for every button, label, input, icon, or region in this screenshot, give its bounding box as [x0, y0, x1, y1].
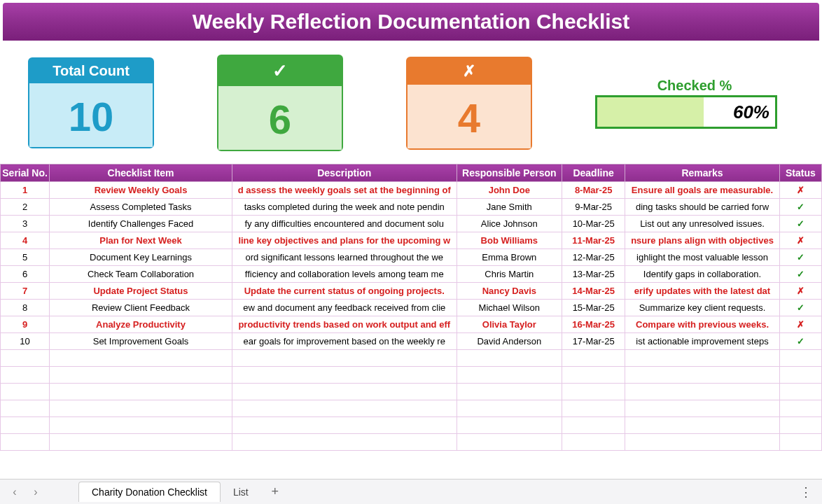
- table-row[interactable]: 2Assess Completed Taskstasks completed d…: [1, 199, 822, 216]
- cell-empty[interactable]: [562, 350, 625, 367]
- cell[interactable]: Emma Brown: [457, 249, 562, 266]
- column-header[interactable]: Deadline: [562, 164, 625, 182]
- next-sheet-button[interactable]: ›: [27, 483, 45, 501]
- cell[interactable]: Assess Completed Tasks: [50, 199, 232, 216]
- cell[interactable]: Identify Challenges Faced: [50, 216, 232, 232]
- cell[interactable]: ding tasks should be carried forw: [625, 199, 780, 216]
- cell[interactable]: Check Team Collaboration: [50, 266, 232, 283]
- cell[interactable]: 13-Mar-25: [562, 266, 625, 283]
- cell-empty[interactable]: [779, 384, 821, 400]
- cell[interactable]: 1: [1, 182, 50, 199]
- cell[interactable]: ord significant lessons learned througho…: [232, 249, 457, 266]
- cell[interactable]: d assess the weekly goals set at the beg…: [232, 182, 457, 199]
- cell-empty[interactable]: [232, 417, 457, 434]
- cell[interactable]: Nancy Davis: [457, 283, 562, 300]
- cell[interactable]: 8-Mar-25: [562, 182, 625, 199]
- cell[interactable]: ighlight the most valuable lesson: [625, 249, 780, 266]
- checklist-table[interactable]: Serial No.Checklist ItemDescriptionRespo…: [0, 164, 822, 479]
- column-header[interactable]: Checklist Item: [50, 164, 232, 182]
- cell[interactable]: List out any unresolved issues.: [625, 216, 780, 232]
- table-row-empty[interactable]: [1, 434, 822, 451]
- cell[interactable]: fy any difficulties encountered and docu…: [232, 216, 457, 232]
- table-row[interactable]: 5Document Key Learningsord significant l…: [1, 249, 822, 266]
- cell-empty[interactable]: [1, 384, 50, 400]
- cell[interactable]: 3: [1, 216, 50, 232]
- prev-sheet-button[interactable]: ‹: [6, 483, 24, 501]
- cell[interactable]: ✗: [779, 182, 821, 199]
- cell-empty[interactable]: [50, 434, 232, 451]
- cell[interactable]: Review Weekly Goals: [50, 182, 232, 199]
- cell-empty[interactable]: [232, 350, 457, 367]
- cell[interactable]: ✓: [779, 333, 821, 350]
- cell[interactable]: 10-Mar-25: [562, 216, 625, 232]
- cell[interactable]: 14-Mar-25: [562, 283, 625, 300]
- cell-empty[interactable]: [232, 384, 457, 400]
- sheet-tab[interactable]: Charity Donation Checklist: [78, 482, 221, 502]
- cell[interactable]: ✓: [779, 249, 821, 266]
- cell-empty[interactable]: [457, 417, 562, 434]
- cell-empty[interactable]: [50, 350, 232, 367]
- cell[interactable]: 4: [1, 232, 50, 249]
- cell[interactable]: 2: [1, 199, 50, 216]
- cell[interactable]: line key objectives and plans for the up…: [232, 232, 457, 249]
- cell-empty[interactable]: [50, 400, 232, 417]
- cell[interactable]: 7: [1, 283, 50, 300]
- cell-empty[interactable]: [457, 400, 562, 417]
- cell-empty[interactable]: [232, 434, 457, 451]
- cell[interactable]: ist actionable improvement steps: [625, 333, 780, 350]
- cell-empty[interactable]: [1, 434, 50, 451]
- cell-empty[interactable]: [625, 400, 780, 417]
- cell[interactable]: nsure plans align with objectives: [625, 232, 780, 249]
- cell-empty[interactable]: [457, 384, 562, 400]
- cell[interactable]: 10: [1, 333, 50, 350]
- cell[interactable]: Bob Williams: [457, 232, 562, 249]
- column-header[interactable]: Serial No.: [1, 164, 50, 182]
- table-row-empty[interactable]: [1, 400, 822, 417]
- table-row-empty[interactable]: [1, 367, 822, 384]
- cell-empty[interactable]: [562, 400, 625, 417]
- cell[interactable]: ✗: [779, 283, 821, 300]
- table-row[interactable]: 3Identify Challenges Facedfy any difficu…: [1, 216, 822, 232]
- cell[interactable]: Chris Martin: [457, 266, 562, 283]
- cell[interactable]: Update Project Status: [50, 283, 232, 300]
- cell[interactable]: Ensure all goals are measurable.: [625, 182, 780, 199]
- cell[interactable]: 9: [1, 316, 50, 333]
- cell[interactable]: Michael Wilson: [457, 300, 562, 316]
- table-row-empty[interactable]: [1, 384, 822, 400]
- cell[interactable]: Plan for Next Week: [50, 232, 232, 249]
- cell[interactable]: 15-Mar-25: [562, 300, 625, 316]
- cell-empty[interactable]: [562, 384, 625, 400]
- column-header[interactable]: Status: [779, 164, 821, 182]
- cell-empty[interactable]: [1, 350, 50, 367]
- cell[interactable]: ew and document any feedback received fr…: [232, 300, 457, 316]
- cell-empty[interactable]: [779, 350, 821, 367]
- cell[interactable]: fficiency and collaboration levels among…: [232, 266, 457, 283]
- cell-empty[interactable]: [457, 434, 562, 451]
- cell-empty[interactable]: [625, 417, 780, 434]
- cell-empty[interactable]: [779, 400, 821, 417]
- sheet-tab[interactable]: List: [221, 482, 261, 502]
- cell[interactable]: ✓: [779, 199, 821, 216]
- cell[interactable]: ✓: [779, 216, 821, 232]
- cell-empty[interactable]: [457, 350, 562, 367]
- cell[interactable]: Olivia Taylor: [457, 316, 562, 333]
- cell[interactable]: Jane Smith: [457, 199, 562, 216]
- cell-empty[interactable]: [625, 434, 780, 451]
- table-row[interactable]: 6Check Team Collaborationfficiency and c…: [1, 266, 822, 283]
- cell[interactable]: ✓: [779, 300, 821, 316]
- cell[interactable]: erify updates with the latest dat: [625, 283, 780, 300]
- cell[interactable]: David Anderson: [457, 333, 562, 350]
- column-header[interactable]: Remarks: [625, 164, 780, 182]
- column-header[interactable]: Description: [232, 164, 457, 182]
- cell[interactable]: Alice Johnson: [457, 216, 562, 232]
- cell-empty[interactable]: [232, 367, 457, 384]
- cell[interactable]: ✗: [779, 232, 821, 249]
- cell[interactable]: Analyze Productivity: [50, 316, 232, 333]
- more-icon[interactable]: ⋮: [795, 484, 816, 500]
- table-row[interactable]: 7Update Project StatusUpdate the current…: [1, 283, 822, 300]
- cell-empty[interactable]: [1, 400, 50, 417]
- cell-empty[interactable]: [562, 367, 625, 384]
- cell[interactable]: 5: [1, 249, 50, 266]
- cell[interactable]: ear goals for improvement based on the w…: [232, 333, 457, 350]
- table-row[interactable]: 4Plan for Next Weekline key objectives a…: [1, 232, 822, 249]
